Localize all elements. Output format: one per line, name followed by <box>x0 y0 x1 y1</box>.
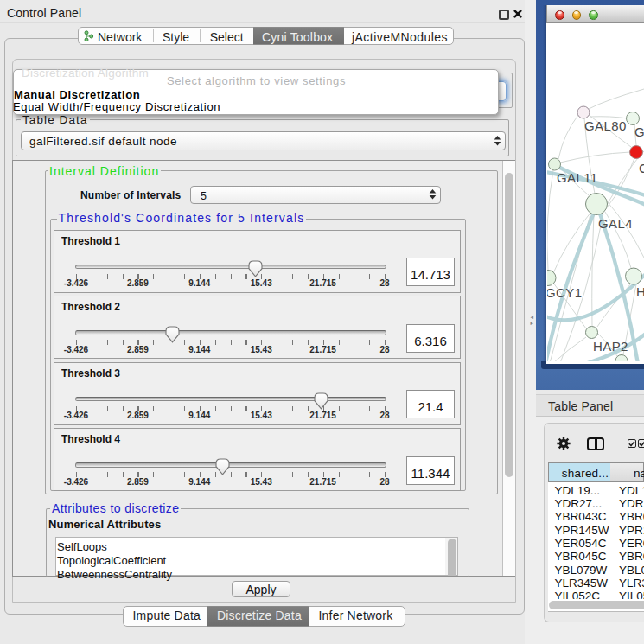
svg-text:GA: GA <box>634 124 644 139</box>
svg-text:GAL4: GAL4 <box>598 216 633 231</box>
svg-text:HAP2: HAP2 <box>593 339 628 354</box>
svg-text:GAL80: GAL80 <box>584 118 627 133</box>
svg-text:GAL11: GAL11 <box>557 170 598 185</box>
svg-text:GCY1: GCY1 <box>547 285 582 300</box>
svg-text:HI: HI <box>636 284 644 299</box>
svg-text:CY: CY <box>639 161 644 175</box>
